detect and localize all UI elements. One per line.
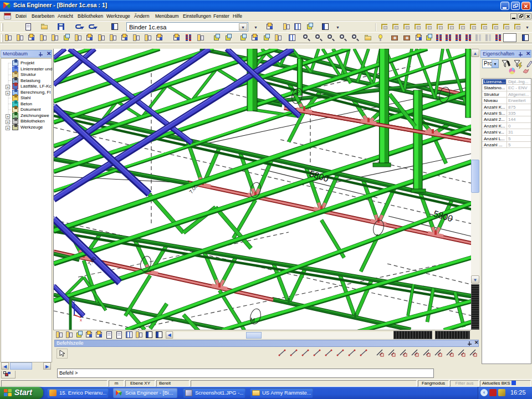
svg-text:z: z <box>73 299 75 304</box>
svg-text:x: x <box>80 318 82 323</box>
